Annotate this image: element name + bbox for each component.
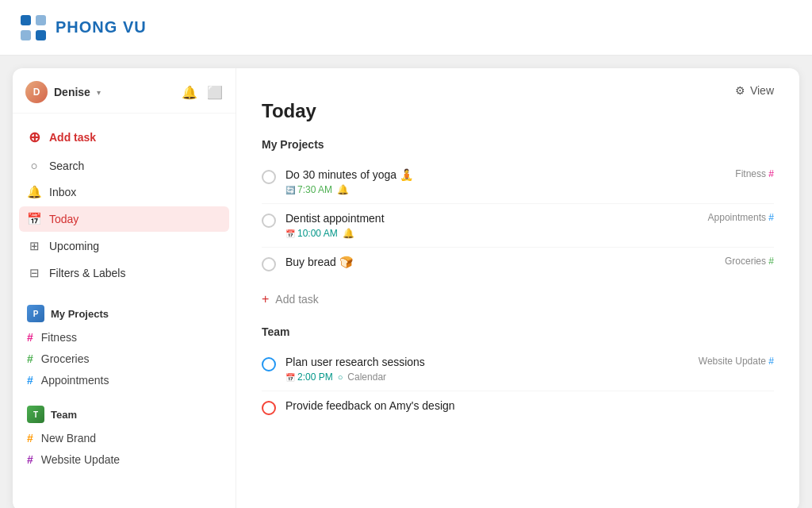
task-name-yoga: Do 30 minutes of yoga 🧘 bbox=[285, 168, 774, 181]
team-task-list: Plan user research sessions 📅 2:00 PM ○ … bbox=[262, 348, 774, 423]
filters-nav-item[interactable]: ⊟ Filters & Labels bbox=[19, 260, 229, 286]
my-projects-section-title: My Projects bbox=[262, 138, 774, 151]
alarm-icon-dentist: 🔔 bbox=[343, 228, 354, 239]
content-area: ⚙ View Today My Projects Do 30 minutes o… bbox=[236, 68, 799, 508]
task-name-feedback: Provide feedback on Amy's design bbox=[285, 399, 774, 412]
hash-icon-appointments: # bbox=[27, 374, 33, 387]
upcoming-nav-item[interactable]: ⊞ Upcoming bbox=[19, 233, 229, 259]
hash-icon-website-update: # bbox=[27, 453, 33, 466]
tag-hash-bread: # bbox=[768, 256, 774, 267]
chevron-down-icon: ▾ bbox=[97, 88, 101, 97]
table-row: Dentist appointment 📅 10:00 AM 🔔 Appoint… bbox=[262, 204, 774, 248]
calendar-icon: 📅 bbox=[27, 212, 41, 226]
brand-name: PHONG VU bbox=[56, 18, 147, 37]
svg-rect-3 bbox=[36, 30, 46, 40]
header-icons: 🔔 ⬜ bbox=[182, 85, 223, 100]
filters-label: Filters & Labels bbox=[49, 267, 125, 279]
search-nav-item[interactable]: ○ Search bbox=[19, 153, 229, 178]
inbox-label: Inbox bbox=[49, 186, 76, 198]
filters-icon: ⊟ bbox=[27, 266, 41, 280]
team-label: Team bbox=[51, 409, 77, 421]
sliders-icon: ⚙ bbox=[735, 84, 745, 97]
avatar: D bbox=[25, 81, 48, 103]
main-container: D Denise ▾ 🔔 ⬜ ⊕ Add task ○ Search 🔔 Inb… bbox=[13, 68, 799, 508]
task-meta-research: 📅 2:00 PM ○ Calendar bbox=[285, 371, 774, 383]
upcoming-icon: ⊞ bbox=[27, 239, 41, 253]
recycle-icon: 🔄 bbox=[285, 186, 295, 194]
website-update-label: Website Update bbox=[41, 453, 120, 466]
team-section: T Team # New Brand # Website Update bbox=[13, 398, 236, 477]
add-task-label: Add task bbox=[49, 131, 96, 144]
my-projects-header: P My Projects bbox=[19, 300, 229, 327]
task-tag-research: Website Update # bbox=[699, 356, 774, 367]
today-nav-item[interactable]: 📅 Today bbox=[19, 206, 229, 232]
sidebar-header: D Denise ▾ 🔔 ⬜ bbox=[13, 68, 236, 114]
top-bar: PHONG VU bbox=[0, 0, 812, 56]
task-time-research: 📅 2:00 PM bbox=[285, 371, 333, 383]
task-time-yoga: 🔄 7:30 AM bbox=[285, 184, 332, 195]
add-task-nav-item[interactable]: ⊕ Add task bbox=[19, 123, 229, 152]
calendar-small-icon: 📅 bbox=[285, 229, 295, 238]
sidebar-item-new-brand[interactable]: # New Brand bbox=[19, 428, 229, 448]
task-checkbox-feedback[interactable] bbox=[262, 401, 276, 415]
add-task-label: Add task bbox=[275, 293, 318, 306]
search-icon: ○ bbox=[27, 159, 41, 172]
task-meta-dentist: 📅 10:00 AM 🔔 bbox=[285, 228, 774, 239]
task-checkbox-bread[interactable] bbox=[262, 257, 276, 271]
task-content-dentist: Dentist appointment 📅 10:00 AM 🔔 bbox=[285, 212, 774, 239]
cal-icon-research: 📅 bbox=[285, 373, 295, 382]
user-area[interactable]: D Denise ▾ bbox=[25, 81, 101, 103]
task-content-yoga: Do 30 minutes of yoga 🧘 🔄 7:30 AM 🔔 bbox=[285, 168, 774, 195]
sidebar-item-website-update[interactable]: # Website Update bbox=[19, 449, 229, 470]
sidebar-item-fitness[interactable]: # Fitness bbox=[19, 327, 229, 348]
plus-circle-icon: ⊕ bbox=[27, 129, 41, 146]
add-icon: + bbox=[262, 292, 269, 306]
table-row: Plan user research sessions 📅 2:00 PM ○ … bbox=[262, 348, 774, 391]
sidebar-primary-nav: ⊕ Add task ○ Search 🔔 Inbox 📅 Today ⊞ Up… bbox=[13, 114, 236, 297]
my-projects-label: My Projects bbox=[51, 308, 109, 320]
task-tag-dentist: Appointments # bbox=[708, 212, 774, 223]
view-button[interactable]: ⚙ View bbox=[735, 84, 774, 97]
search-label: Search bbox=[49, 160, 84, 172]
today-label: Today bbox=[49, 213, 79, 225]
fitness-label: Fitness bbox=[41, 331, 77, 344]
layout-button[interactable]: ⬜ bbox=[207, 85, 223, 100]
task-content-feedback: Provide feedback on Amy's design bbox=[285, 399, 774, 415]
new-brand-label: New Brand bbox=[41, 432, 96, 444]
my-projects-section: P My Projects # Fitness # Groceries # Ap… bbox=[13, 297, 236, 398]
team-header: T Team bbox=[19, 401, 229, 428]
task-name-dentist: Dentist appointment bbox=[285, 212, 774, 225]
calendar-label-research: Calendar bbox=[347, 371, 386, 383]
table-row: Provide feedback on Amy's design bbox=[262, 391, 774, 423]
task-checkbox-yoga[interactable] bbox=[262, 170, 276, 184]
sidebar-item-appointments[interactable]: # Appointments bbox=[19, 370, 229, 391]
logo-icon bbox=[19, 13, 48, 42]
hash-icon-fitness: # bbox=[27, 331, 33, 344]
page-title: Today bbox=[262, 100, 774, 122]
view-label: View bbox=[750, 84, 774, 97]
tag-hash-dentist: # bbox=[768, 212, 774, 223]
sidebar: D Denise ▾ 🔔 ⬜ ⊕ Add task ○ Search 🔔 Inb… bbox=[13, 68, 236, 508]
add-task-row[interactable]: + Add task bbox=[262, 286, 774, 313]
task-name-bread: Buy bread 🍞 bbox=[285, 256, 774, 268]
svg-rect-1 bbox=[36, 15, 46, 25]
my-projects-avatar: P bbox=[27, 305, 44, 322]
team-section-title: Team bbox=[262, 325, 774, 338]
tag-hash-yoga: # bbox=[768, 168, 774, 179]
team-avatar: T bbox=[27, 406, 44, 423]
task-time-dentist: 📅 10:00 AM bbox=[285, 228, 338, 239]
tag-hash-research: # bbox=[768, 356, 774, 367]
upcoming-label: Upcoming bbox=[49, 240, 99, 252]
location-icon-research: ○ bbox=[338, 372, 343, 382]
task-checkbox-research[interactable] bbox=[262, 357, 276, 371]
groceries-label: Groceries bbox=[41, 352, 90, 365]
task-content-bread: Buy bread 🍞 bbox=[285, 256, 774, 271]
hash-icon-new-brand: # bbox=[27, 432, 33, 444]
sidebar-item-groceries[interactable]: # Groceries bbox=[19, 348, 229, 369]
content-header: ⚙ View bbox=[262, 84, 774, 97]
table-row: Buy bread 🍞 Groceries # bbox=[262, 248, 774, 279]
notification-button[interactable]: 🔔 bbox=[182, 85, 197, 100]
inbox-nav-item[interactable]: 🔔 Inbox bbox=[19, 179, 229, 205]
task-checkbox-dentist[interactable] bbox=[262, 214, 276, 228]
svg-rect-2 bbox=[21, 30, 31, 40]
